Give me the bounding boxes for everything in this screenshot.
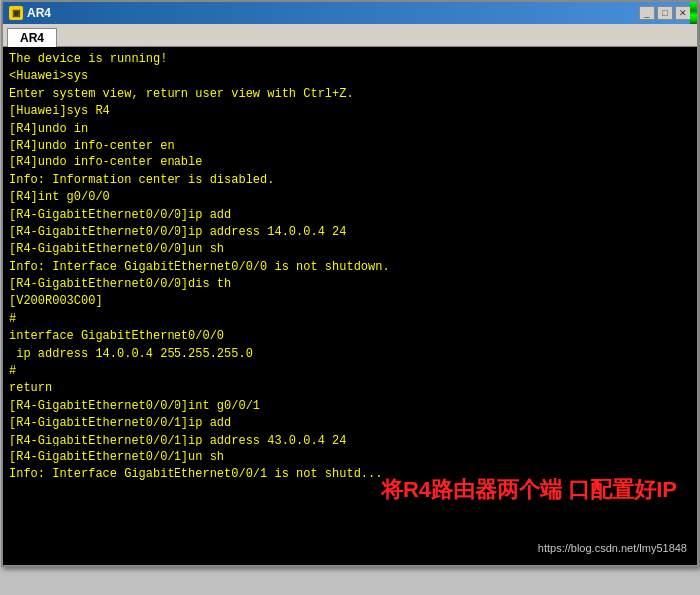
terminal-line-8: [R4]undo info-center enable bbox=[9, 154, 691, 171]
tab-bar: AR4 bbox=[3, 24, 697, 47]
terminal-line-4: Enter system view, return user view with… bbox=[9, 86, 691, 103]
title-controls[interactable]: _ □ ✕ bbox=[639, 6, 691, 20]
terminal-line-10: [R4]int g0/0/0 bbox=[9, 189, 691, 206]
annotation-text: 将R4路由器两个端 口配置好IP bbox=[381, 476, 677, 505]
terminal-line-16: [V200R003C00] bbox=[9, 293, 691, 310]
app-icon: ▣ bbox=[9, 6, 23, 20]
terminal-line-18: interface GigabitEthernet0/0/0 bbox=[9, 328, 691, 345]
title-bar-wrapper: ▣ AR4 _ □ ✕ bbox=[3, 2, 697, 24]
terminal-line-9: Info: Information center is disabled. bbox=[9, 172, 691, 189]
terminal-line-5: [Huawei]sys R4 bbox=[9, 103, 691, 120]
window-title: AR4 bbox=[27, 6, 51, 20]
terminal-line-25: [R4-GigabitEthernet0/0/1]un sh bbox=[9, 449, 691, 466]
terminal-line-22: [R4-GigabitEthernet0/0/0]int g0/0/1 bbox=[9, 398, 691, 415]
close-button[interactable]: ✕ bbox=[675, 6, 691, 20]
terminal-line-7: [R4]undo info-center en bbox=[9, 138, 691, 154]
terminal-area[interactable]: The device is running! <Huawei>sys Enter… bbox=[3, 47, 697, 565]
terminal-line-24: [R4-GigabitEthernet0/0/1]ip address 43.0… bbox=[9, 433, 691, 449]
terminal-line-6: [R4]undo in bbox=[9, 121, 691, 138]
terminal-line-23: [R4-GigabitEthernet0/0/1]ip add bbox=[9, 415, 691, 432]
terminal-line-21: return bbox=[9, 380, 691, 397]
terminal-line-20: # bbox=[9, 363, 691, 380]
terminal-line-17: # bbox=[9, 311, 691, 328]
minimize-button[interactable]: _ bbox=[639, 6, 655, 20]
terminal-line-13: [R4-GigabitEthernet0/0/0]un sh bbox=[9, 241, 691, 258]
terminal-line-12: [R4-GigabitEthernet0/0/0]ip address 14.0… bbox=[9, 224, 691, 241]
tab-ar4[interactable]: AR4 bbox=[7, 28, 57, 47]
main-window: ▣ AR4 _ □ ✕ AR4 The device is running! <… bbox=[1, 0, 699, 567]
terminal-line-15: [R4-GigabitEthernet0/0/0]dis th bbox=[9, 276, 691, 293]
title-bar-left: ▣ AR4 bbox=[9, 6, 51, 20]
terminal-line-11: [R4-GigabitEthernet0/0/0]ip add bbox=[9, 207, 691, 224]
terminal-line-3: <Huawei>sys bbox=[9, 68, 691, 85]
title-bar: ▣ AR4 _ □ ✕ bbox=[3, 2, 697, 24]
terminal-line-14: Info: Interface GigabitEthernet0/0/0 is … bbox=[9, 259, 691, 276]
green-sidebar-bar bbox=[690, 2, 697, 24]
maximize-button[interactable]: □ bbox=[657, 6, 673, 20]
watermark-text: https://blog.csdn.net/lmy51848 bbox=[538, 541, 687, 557]
terminal-line-19: ip address 14.0.0.4 255.255.255.0 bbox=[9, 346, 691, 363]
terminal-line-1: The device is running! bbox=[9, 51, 691, 68]
